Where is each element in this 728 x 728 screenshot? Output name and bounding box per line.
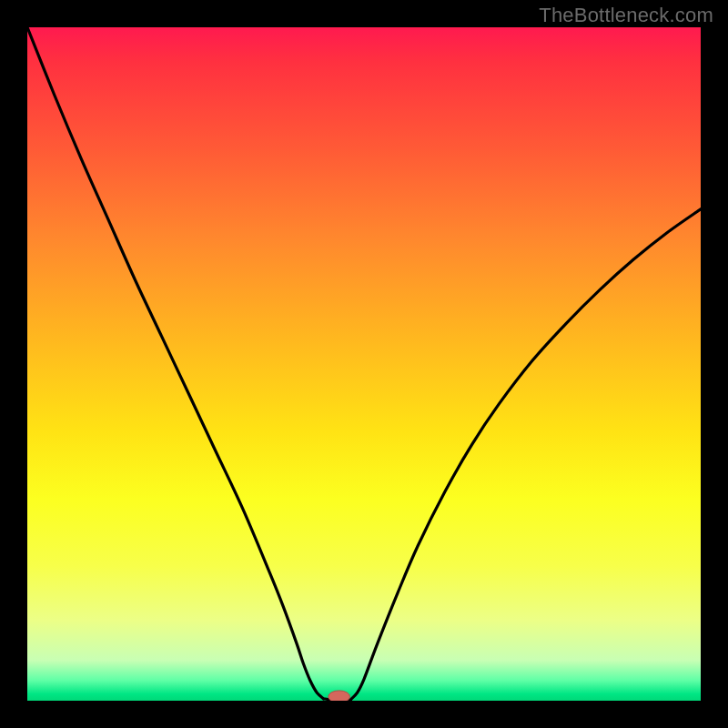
optimum-marker	[329, 691, 350, 701]
curve-svg	[27, 27, 701, 701]
plot-area	[27, 27, 701, 701]
watermark-text: TheBottleneck.com	[539, 4, 713, 27]
bottleneck-curve	[27, 27, 701, 700]
chart-frame: TheBottleneck.com	[0, 0, 728, 728]
